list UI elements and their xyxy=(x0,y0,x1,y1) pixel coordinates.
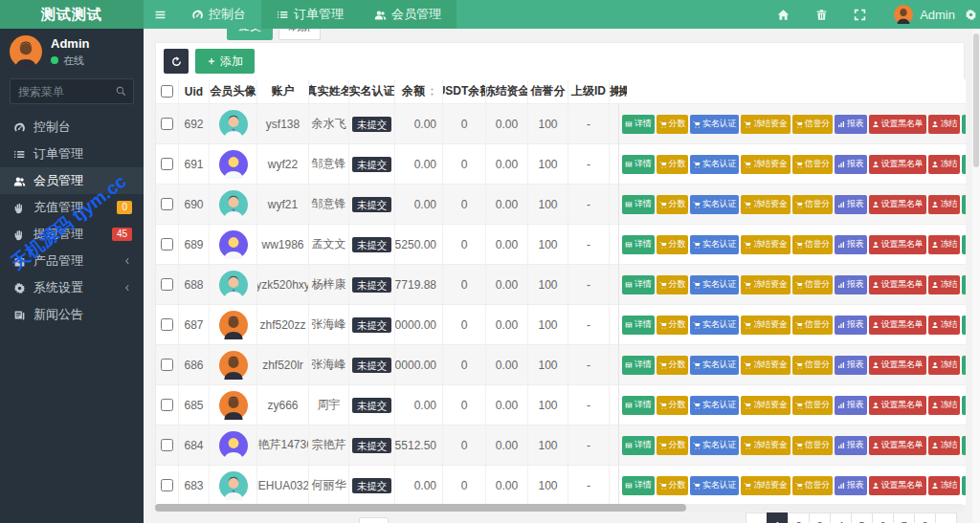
trash-button[interactable] xyxy=(802,0,840,29)
action-报表-button[interactable]: 报表 xyxy=(835,396,867,415)
action-实名认证-button[interactable]: 实名认证 xyxy=(690,155,739,174)
filter-reset-button[interactable]: 刷新 xyxy=(278,29,321,40)
action-报表-button[interactable]: 报表 xyxy=(835,436,867,455)
action-报表-button[interactable]: 报表 xyxy=(835,356,867,375)
action-设置黑名单-button[interactable]: 设置黑名单 xyxy=(869,275,926,294)
action-pencil-button[interactable] xyxy=(962,476,966,495)
page-size-select[interactable] xyxy=(359,517,389,523)
action-设置黑名单-button[interactable]: 设置黑名单 xyxy=(869,235,926,254)
action-详情-button[interactable]: 详情 xyxy=(622,396,655,415)
action-pencil-button[interactable] xyxy=(962,356,966,375)
action-pencil-button[interactable] xyxy=(962,316,966,335)
row-checkbox[interactable] xyxy=(161,198,173,210)
action-信誉分-button[interactable]: 信誉分 xyxy=(792,195,833,214)
action-详情-button[interactable]: 详情 xyxy=(622,155,655,174)
action-冻结-button[interactable]: 冻结 xyxy=(928,316,961,335)
action-信誉分-button[interactable]: 信誉分 xyxy=(792,476,833,495)
sidebar-item-充值管理[interactable]: 充值管理0 xyxy=(0,194,144,221)
action-分数-button[interactable]: 分数 xyxy=(657,436,689,455)
action-pencil-button[interactable] xyxy=(962,275,966,294)
action-冻结资金-button[interactable]: 冻结资金 xyxy=(741,195,790,214)
action-详情-button[interactable]: 详情 xyxy=(622,115,655,134)
action-pencil-button[interactable] xyxy=(962,396,966,415)
page-button-1[interactable]: 1 xyxy=(767,512,789,523)
action-报表-button[interactable]: 报表 xyxy=(835,195,867,214)
action-冻结-button[interactable]: 冻结 xyxy=(928,155,961,174)
page-button-5[interactable]: 5 xyxy=(851,512,873,523)
settings-gear-button[interactable] xyxy=(965,0,980,29)
page-button-2[interactable]: 2 xyxy=(788,512,810,523)
sidebar-item-订单管理[interactable]: 订单管理 xyxy=(0,141,144,167)
horizontal-scrollbar-thumb[interactable] xyxy=(155,504,686,512)
action-信誉分-button[interactable]: 信誉分 xyxy=(792,316,833,335)
row-checkbox[interactable] xyxy=(161,479,173,491)
refresh-button[interactable] xyxy=(164,49,189,74)
action-信誉分-button[interactable]: 信誉分 xyxy=(792,436,833,455)
action-实名认证-button[interactable]: 实名认证 xyxy=(690,115,739,134)
action-冻结-button[interactable]: 冻结 xyxy=(928,396,961,415)
action-冻结资金-button[interactable]: 冻结资金 xyxy=(741,356,790,375)
select-all-checkbox[interactable] xyxy=(161,85,173,98)
sidebar-item-提现管理[interactable]: 提现管理45 xyxy=(0,221,144,248)
action-设置黑名单-button[interactable]: 设置黑名单 xyxy=(869,155,926,174)
nav-item[interactable]: 订单管理 xyxy=(261,0,359,29)
page-button-7[interactable]: 7 xyxy=(893,512,915,523)
action-详情-button[interactable]: 详情 xyxy=(622,316,655,335)
page-button-6[interactable]: 6 xyxy=(872,512,894,523)
action-报表-button[interactable]: 报表 xyxy=(835,316,867,335)
action-详情-button[interactable]: 详情 xyxy=(622,356,655,375)
action-设置黑名单-button[interactable]: 设置黑名单 xyxy=(869,195,926,214)
action-信誉分-button[interactable]: 信誉分 xyxy=(792,396,833,415)
action-设置黑名单-button[interactable]: 设置黑名单 xyxy=(869,396,926,415)
row-checkbox[interactable] xyxy=(161,359,173,371)
action-pencil-button[interactable] xyxy=(962,235,966,254)
action-分数-button[interactable]: 分数 xyxy=(657,396,689,415)
action-信誉分-button[interactable]: 信誉分 xyxy=(792,235,833,254)
page-button-«[interactable]: « xyxy=(746,512,768,523)
sidebar-item-新闻公告[interactable]: 新闻公告 xyxy=(0,301,144,328)
action-冻结-button[interactable]: 冻结 xyxy=(928,476,961,495)
action-冻结资金-button[interactable]: 冻结资金 xyxy=(741,476,790,495)
action-pencil-button[interactable] xyxy=(962,195,966,214)
action-设置黑名单-button[interactable]: 设置黑名单 xyxy=(869,316,926,335)
action-实名认证-button[interactable]: 实名认证 xyxy=(690,235,739,254)
action-冻结-button[interactable]: 冻结 xyxy=(928,275,961,294)
action-实名认证-button[interactable]: 实名认证 xyxy=(690,195,739,214)
action-实名认证-button[interactable]: 实名认证 xyxy=(690,436,739,455)
action-实名认证-button[interactable]: 实名认证 xyxy=(690,396,739,415)
action-冻结-button[interactable]: 冻结 xyxy=(928,356,961,375)
action-详情-button[interactable]: 详情 xyxy=(622,195,655,214)
action-报表-button[interactable]: 报表 xyxy=(835,155,867,174)
action-设置黑名单-button[interactable]: 设置黑名单 xyxy=(869,476,926,495)
action-实名认证-button[interactable]: 实名认证 xyxy=(690,275,739,294)
action-报表-button[interactable]: 报表 xyxy=(835,115,867,134)
action-详情-button[interactable]: 详情 xyxy=(622,275,655,294)
page-button-4[interactable]: 4 xyxy=(830,512,852,523)
action-详情-button[interactable]: 详情 xyxy=(622,436,655,455)
action-pencil-button[interactable] xyxy=(962,155,966,174)
action-信誉分-button[interactable]: 信誉分 xyxy=(792,155,833,174)
action-报表-button[interactable]: 报表 xyxy=(835,275,867,294)
action-信誉分-button[interactable]: 信誉分 xyxy=(792,275,833,294)
row-checkbox[interactable] xyxy=(161,399,173,411)
row-checkbox[interactable] xyxy=(161,118,173,130)
page-button-8[interactable]: 8 xyxy=(914,512,936,523)
action-冻结资金-button[interactable]: 冻结资金 xyxy=(741,275,790,294)
action-详情-button[interactable]: 详情 xyxy=(622,235,655,254)
action-分数-button[interactable]: 分数 xyxy=(657,316,689,335)
filter-submit-button[interactable]: 提交 xyxy=(227,29,273,40)
action-设置黑名单-button[interactable]: 设置黑名单 xyxy=(869,115,926,134)
action-分数-button[interactable]: 分数 xyxy=(657,155,689,174)
sidebar-toggle-button[interactable] xyxy=(144,0,176,29)
action-冻结资金-button[interactable]: 冻结资金 xyxy=(741,155,790,174)
action-冻结-button[interactable]: 冻结 xyxy=(928,115,961,134)
nav-item[interactable]: 会员管理 xyxy=(359,0,457,29)
action-分数-button[interactable]: 分数 xyxy=(657,115,689,134)
action-冻结-button[interactable]: 冻结 xyxy=(928,436,961,455)
row-checkbox[interactable] xyxy=(161,278,173,291)
add-button[interactable]: 添加 xyxy=(195,49,255,74)
sort-icon[interactable] xyxy=(428,86,436,98)
action-冻结资金-button[interactable]: 冻结资金 xyxy=(741,316,790,335)
action-pencil-button[interactable] xyxy=(962,436,966,455)
row-checkbox[interactable] xyxy=(161,158,173,170)
